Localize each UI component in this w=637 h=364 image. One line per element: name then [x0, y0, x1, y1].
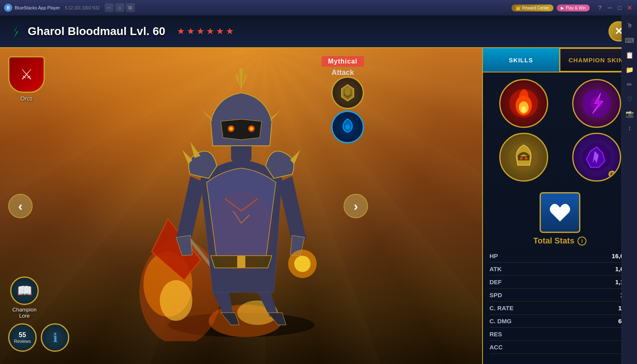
window-controls: ? ─ □ ✕ — [596, 4, 633, 11]
back-button[interactable]: ← — [105, 3, 114, 12]
stat-row-def: DEF 1,178 — [489, 276, 630, 289]
minimize-button[interactable]: ─ — [606, 4, 613, 11]
reviews-label: Reviews — [14, 339, 31, 344]
main-content: Orcs Mythical Attack — [0, 48, 637, 364]
reward-center-button[interactable]: 👑 Reward Center — [511, 4, 553, 11]
reviews-count: 55 — [19, 331, 26, 339]
skill-icon-1[interactable] — [499, 79, 548, 128]
sidebar-heart-icon[interactable]: ♡ — [624, 93, 636, 105]
svg-point-14 — [229, 127, 233, 130]
total-stats-label: Total Stats i — [533, 236, 587, 246]
nav-arrow-left[interactable]: ‹ — [8, 194, 33, 218]
svg-point-26 — [520, 157, 522, 160]
skill-4-svg — [580, 141, 613, 173]
reviews-button[interactable]: 55 Reviews — [8, 323, 37, 352]
stat-row-acc: ACC 0 — [489, 341, 630, 354]
svg-point-15 — [250, 127, 253, 130]
lightning-icon — [9, 24, 24, 39]
svg-point-17 — [209, 191, 274, 272]
svg-point-10 — [294, 256, 311, 272]
lore-label: ChampionLore — [12, 307, 36, 319]
svg-point-1 — [344, 88, 351, 96]
svg-point-21 — [521, 106, 526, 113]
nav-buttons: ← ⌂ ⧉ — [105, 3, 135, 12]
bottom-left-icons: 📖 ChampionLore 55 Reviews ℹ — [8, 276, 69, 352]
sidebar-camera-icon[interactable]: 📸 — [624, 107, 636, 120]
champion-lore-button[interactable]: 📖 ChampionLore — [8, 276, 41, 319]
skill-3-svg — [507, 141, 540, 173]
svg-rect-25 — [518, 156, 529, 160]
crown-icon: 👑 — [516, 6, 520, 10]
passive-badge: P — [608, 171, 616, 178]
total-stats-text: Total Stats — [533, 236, 575, 246]
book-icon: 📖 — [17, 283, 32, 298]
star-6: ★ — [226, 26, 234, 37]
svg-point-27 — [525, 157, 527, 160]
favorite-icon[interactable] — [540, 192, 580, 233]
faction-shield — [8, 56, 45, 93]
help-button[interactable]: ? — [596, 4, 604, 11]
type-badge: Mythical Attack — [322, 56, 364, 77]
stat-row-res: RES 50 — [489, 328, 630, 341]
stat-label-acc: ACC — [489, 344, 503, 351]
stat-label-atk: ATK — [489, 265, 502, 272]
champion-type-icons — [331, 77, 364, 143]
stats-table: HP 16,020 ATK 1,608 DEF 1,178 SPD 102 C.… — [483, 250, 637, 360]
faction-emblem: Orcs — [8, 56, 45, 102]
champion-svg — [119, 56, 364, 341]
window-close-button[interactable]: ✕ — [626, 4, 633, 11]
skill-icon-2[interactable] — [572, 79, 621, 128]
nav-arrow-right[interactable]: › — [344, 194, 368, 218]
stat-row-atk: ATK 1,608 — [489, 263, 630, 276]
sidebar-mouse-icon[interactable]: 🖱 — [624, 20, 636, 32]
skills-grid: P — [483, 72, 637, 188]
heart-icon — [548, 200, 572, 225]
champion-art — [119, 56, 364, 341]
info-button[interactable]: ℹ — [41, 323, 69, 352]
stars-container: ★ ★ ★ ★ ★ ★ — [177, 26, 234, 37]
element-icon — [337, 117, 358, 137]
stats-info-button[interactable]: i — [577, 237, 586, 246]
tab-skills[interactable]: SKILLS — [483, 48, 560, 72]
title-bar-right: 👑 Reward Center ▶ Play & Win ? ─ □ ✕ — [511, 4, 633, 11]
helmet-icon — [337, 83, 358, 103]
champion-display: Orcs Mythical Attack — [0, 48, 482, 364]
stat-label-hp: HP — [489, 252, 498, 259]
title-bar: B BlueStacks App Player 5.12.101.1002 N3… — [0, 0, 637, 15]
sidebar-folder-icon[interactable]: 📁 — [624, 64, 636, 76]
champion-figure — [119, 56, 364, 341]
sidebar-clipboard-icon[interactable]: 📋 — [624, 49, 636, 61]
stat-label-res: RES — [489, 331, 502, 338]
skill-icon-3[interactable] — [499, 133, 548, 182]
stat-row-spd: SPD 102 — [489, 289, 630, 302]
sidebar-keyboard-icon[interactable]: ⌨ — [624, 34, 636, 46]
lore-icon: 📖 — [10, 276, 39, 305]
type-icon-helmet — [331, 77, 364, 109]
home-button[interactable]: ⌂ — [115, 3, 124, 12]
stat-label-cdmg: C. DMG — [489, 318, 511, 325]
stat-row-crate: C. RATE 15% — [489, 302, 630, 315]
left-arrow-icon: ‹ — [18, 199, 23, 214]
stat-row-hp: HP 16,020 — [489, 250, 630, 263]
star-2: ★ — [187, 26, 195, 37]
maximize-button[interactable]: □ — [616, 4, 623, 11]
svg-marker-0 — [14, 25, 18, 38]
faction-name: Orcs — [8, 95, 45, 102]
total-stats-section: Total Stats i — [483, 188, 637, 250]
play-icon: ▶ — [561, 6, 564, 10]
stat-label-spd: SPD — [489, 292, 502, 298]
multi-button[interactable]: ⧉ — [126, 3, 135, 12]
skill-2-svg — [580, 87, 613, 120]
svg-point-2 — [345, 125, 350, 129]
sidebar-edit-icon[interactable]: ✏ — [624, 78, 636, 90]
star-3: ★ — [196, 26, 205, 37]
play-win-button[interactable]: ▶ Play & Win — [557, 4, 590, 11]
info-reviews-row: 55 Reviews ℹ — [8, 323, 69, 352]
champion-name: Gharol Bloodmaul Lvl. 60 — [28, 25, 165, 38]
skill-icon-4[interactable]: P — [572, 133, 621, 182]
svg-point-6 — [160, 280, 192, 321]
stat-label-crate: C. RATE — [489, 305, 514, 311]
game-header: Gharol Bloodmaul Lvl. 60 ★ ★ ★ ★ ★ ★ ✕ — [0, 15, 637, 48]
info-icon: ℹ — [53, 331, 57, 345]
sidebar-resize-icon[interactable]: ↕ — [624, 122, 636, 134]
